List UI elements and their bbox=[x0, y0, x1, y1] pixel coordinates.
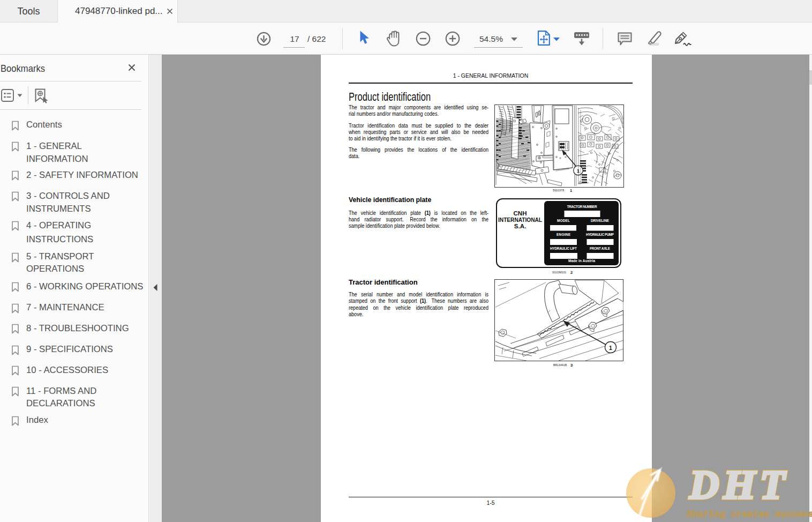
svg-text:TRACTOR NUMBER: TRACTOR NUMBER bbox=[567, 205, 597, 208]
svg-text:HYDRAULIC PUMP: HYDRAULIC PUMP bbox=[586, 233, 614, 236]
svg-text:ENGINE: ENGINE bbox=[557, 233, 571, 236]
svg-text:FRONT AXLE: FRONT AXLE bbox=[590, 247, 611, 250]
svg-text:HYDRAULIC LIFT: HYDRAULIC LIFT bbox=[550, 247, 577, 250]
svg-text:DHT: DHT bbox=[689, 461, 790, 507]
svg-text:MODEL: MODEL bbox=[557, 219, 570, 222]
svg-text:CNH: CNH bbox=[514, 210, 527, 217]
svg-text:S.A.: S.A. bbox=[514, 223, 526, 229]
svg-text:Made in Austria: Made in Austria bbox=[568, 259, 595, 263]
svg-text:INTERNATIONAL: INTERNATIONAL bbox=[498, 217, 542, 223]
svg-text:DRIVELINE: DRIVELINE bbox=[591, 219, 610, 222]
svg-text:1: 1 bbox=[609, 345, 612, 351]
